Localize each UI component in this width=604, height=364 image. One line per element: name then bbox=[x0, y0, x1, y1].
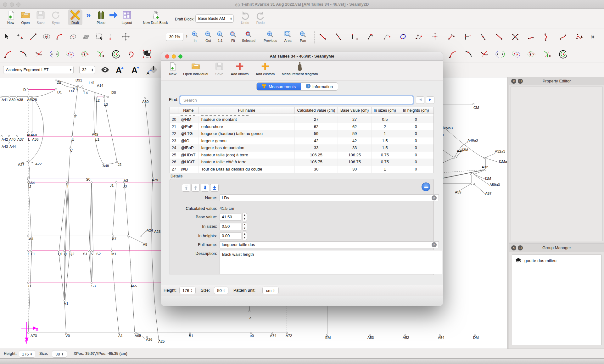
pattern-point[interactable] bbox=[8, 142, 9, 143]
pattern-point[interactable] bbox=[474, 334, 476, 335]
pattern-point[interactable] bbox=[326, 334, 328, 335]
measurement-row[interactable]: 22@LTGlongueur (hauteur) taille au genou… bbox=[170, 130, 433, 137]
save-button[interactable]: Save bbox=[34, 10, 47, 25]
pattern-point[interactable] bbox=[8, 96, 10, 97]
pattern-point[interactable] bbox=[473, 173, 474, 175]
point-label[interactable]: A53 bbox=[367, 336, 374, 339]
point-label[interactable]: Z bbox=[75, 115, 77, 119]
measurement-row[interactable]: 21@EnFenfourchure626220 bbox=[170, 123, 433, 131]
point-label[interactable]: V bbox=[70, 149, 73, 153]
pattern-point[interactable] bbox=[439, 334, 441, 335]
point-label[interactable]: S1 bbox=[83, 252, 87, 256]
curve-tool-icon[interactable] bbox=[479, 49, 489, 59]
curve-tool-icon[interactable] bbox=[542, 49, 552, 59]
nav-button[interactable] bbox=[108, 10, 119, 20]
description-field[interactable]: Back waist length bbox=[220, 250, 442, 274]
draw-tool-icon[interactable] bbox=[463, 32, 472, 41]
point-label[interactable]: A26 bbox=[146, 338, 152, 341]
tab-measurements[interactable]: Measurements bbox=[257, 83, 301, 90]
dock-splitter[interactable] bbox=[507, 77, 509, 349]
pattern-point[interactable] bbox=[64, 300, 65, 301]
move-bottom-button[interactable] bbox=[210, 184, 219, 192]
point-label[interactable]: A64 bbox=[28, 181, 35, 185]
point-label[interactable]: A22 bbox=[35, 162, 42, 166]
column-header[interactable]: Calculated value (cm) bbox=[295, 107, 338, 114]
draw-tool-icon[interactable] bbox=[334, 32, 343, 41]
point-label[interactable]: A1 bbox=[118, 334, 123, 338]
point-label[interactable]: A41 bbox=[2, 98, 8, 102]
increase-label-size-icon[interactable]: A bbox=[115, 64, 125, 75]
point-label[interactable]: L bbox=[28, 137, 30, 141]
pattern-point[interactable] bbox=[27, 250, 29, 251]
point-label[interactable]: A60 bbox=[31, 133, 37, 137]
zoom-pan-button[interactable]: Pan bbox=[299, 31, 307, 42]
curve-tool-icon[interactable] bbox=[3, 49, 13, 59]
group-item[interactable]: goutte dos milieu bbox=[512, 255, 601, 265]
nav-button[interactable]: » bbox=[86, 10, 95, 20]
point-label[interactable]: A57 bbox=[485, 192, 491, 195]
draft-block-select[interactable]: Base Buste AM▲▼ bbox=[195, 14, 234, 23]
point-label[interactable]: B1 bbox=[189, 334, 193, 338]
corner-tool-icon[interactable] bbox=[108, 32, 117, 41]
pattern-point[interactable] bbox=[483, 157, 484, 159]
point-label[interactable]: F1 bbox=[31, 252, 35, 256]
point-label[interactable]: S2 bbox=[96, 252, 101, 256]
point-label[interactable]: A43 bbox=[2, 145, 8, 148]
pattern-point[interactable] bbox=[81, 86, 83, 87]
arc-tool-icon[interactable] bbox=[55, 32, 64, 41]
point-label[interactable]: A65 bbox=[131, 284, 137, 288]
curve-tool-icon[interactable] bbox=[96, 49, 106, 59]
zoom-selected-button[interactable]: Selected bbox=[242, 31, 255, 42]
hatch-tool-icon[interactable] bbox=[82, 32, 91, 41]
point-label[interactable]: L1 bbox=[95, 137, 99, 141]
point-label[interactable]: U bbox=[72, 137, 74, 141]
point-label[interactable]: H bbox=[28, 284, 31, 288]
point-label[interactable]: J2 bbox=[118, 163, 121, 166]
point-label[interactable]: A24 bbox=[147, 228, 153, 232]
point-label[interactable]: DM bbox=[473, 336, 479, 339]
select-cursor-icon[interactable] bbox=[3, 32, 11, 41]
pattern-point[interactable] bbox=[55, 88, 57, 90]
point-label[interactable]: A28 bbox=[31, 98, 37, 102]
zoom-in-button[interactable]: In bbox=[191, 31, 199, 42]
draw-tool-icon[interactable] bbox=[543, 32, 552, 41]
tab-information[interactable]: i Information bbox=[301, 83, 338, 90]
point-label[interactable]: Q2 bbox=[70, 252, 74, 256]
point-label[interactable]: D1 bbox=[57, 90, 62, 94]
add-point-icon[interactable] bbox=[16, 32, 25, 41]
curve-tool-icon[interactable] bbox=[34, 49, 44, 59]
point-label[interactable]: A74 bbox=[270, 334, 277, 338]
pattern-point[interactable] bbox=[127, 235, 129, 237]
point-label[interactable]: A14 bbox=[97, 84, 103, 87]
pattern-point[interactable] bbox=[461, 145, 462, 146]
pattern-point[interactable] bbox=[271, 332, 272, 333]
sync-button[interactable]: Sync bbox=[49, 10, 62, 25]
pattern-point[interactable] bbox=[470, 183, 472, 184]
point-label[interactable]: A48 bbox=[103, 164, 109, 168]
pattern-point[interactable] bbox=[470, 173, 472, 175]
dialog-titlebar[interactable]: AM Tailles 34 - 46.vst - SeamlyMe bbox=[161, 52, 443, 61]
pattern-point[interactable] bbox=[91, 282, 92, 283]
pattern-point[interactable] bbox=[1, 135, 2, 137]
layout-button[interactable]: Layout bbox=[120, 10, 134, 25]
curve-tool-icon[interactable] bbox=[19, 49, 29, 59]
point-label[interactable]: A59 bbox=[455, 190, 461, 194]
point-label[interactable]: M1 bbox=[111, 252, 116, 256]
pattern-point[interactable] bbox=[473, 103, 474, 105]
point-label[interactable]: I1M bbox=[485, 176, 491, 180]
search-input[interactable]: Search bbox=[180, 96, 413, 104]
point-label[interactable]: D31 bbox=[76, 78, 82, 82]
point-label[interactable]: A27 bbox=[18, 163, 24, 166]
curve-tool-icon[interactable] bbox=[464, 49, 474, 59]
pattern-point[interactable] bbox=[27, 282, 29, 283]
measurement-row[interactable]: 27@BTour de Bras au dessus du coude30301… bbox=[170, 166, 433, 173]
curve-tool-icon[interactable] bbox=[511, 49, 521, 59]
point-label[interactable]: e bbox=[249, 316, 251, 320]
pattern-point[interactable] bbox=[94, 92, 96, 94]
point-label[interactable]: V0 bbox=[65, 334, 70, 338]
pattern-point[interactable] bbox=[27, 88, 28, 90]
footer-unit-select[interactable]: cm▲▼ bbox=[262, 287, 279, 294]
pattern-point[interactable] bbox=[484, 169, 486, 170]
curve-tool-icon[interactable] bbox=[495, 49, 505, 59]
pattern-point[interactable] bbox=[103, 96, 104, 98]
